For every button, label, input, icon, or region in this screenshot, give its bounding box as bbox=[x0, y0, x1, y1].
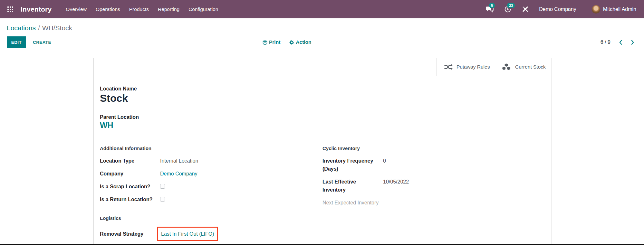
field-row-return-location: Is a Return Location? bbox=[100, 195, 322, 203]
location-form-sheet: Putaway Rules Current Stock Location Nam… bbox=[93, 58, 552, 245]
menu-reporting[interactable]: Reporting bbox=[153, 0, 184, 18]
chevron-left-icon bbox=[619, 40, 622, 45]
current-stock-button[interactable]: Current Stock bbox=[494, 58, 552, 76]
removal-strategy-value[interactable]: Last In First Out (LIFO) bbox=[161, 231, 214, 237]
field-row-scrap-location: Is a Scrap Location? bbox=[100, 183, 322, 191]
column-right: Cyclic Inventory Inventory Frequency (Da… bbox=[322, 145, 545, 241]
menu-overview[interactable]: Overview bbox=[61, 0, 91, 18]
column-left: Additional Information Location Type Int… bbox=[100, 145, 322, 241]
location-name-value: Stock bbox=[100, 92, 545, 104]
field-row-inventory-frequency: Inventory Frequency (Days) 0 bbox=[322, 157, 545, 173]
field-row-last-effective-inventory: Last Effective Inventory 10/05/2022 bbox=[322, 178, 545, 194]
tools-button[interactable] bbox=[521, 5, 529, 14]
location-type-value: Internal Location bbox=[160, 157, 198, 165]
return-location-checkbox[interactable] bbox=[160, 197, 165, 202]
breadcrumb: Locations/WH/Stock bbox=[7, 24, 72, 32]
company-switcher[interactable]: Demo Company bbox=[539, 6, 576, 12]
user-name: Mitchell Admin bbox=[603, 6, 636, 12]
grid-icon bbox=[7, 6, 13, 12]
apps-grid-icon[interactable] bbox=[7, 6, 14, 13]
current-stock-label: Current Stock bbox=[515, 64, 546, 70]
field-row-location-type: Location Type Internal Location bbox=[100, 157, 322, 165]
printer-icon bbox=[263, 40, 267, 45]
inventory-frequency-value: 0 bbox=[383, 157, 386, 173]
breadcrumb-current: WH/Stock bbox=[42, 24, 72, 32]
screen-bottom-edge bbox=[0, 244, 644, 245]
pager-next-button[interactable] bbox=[631, 40, 634, 45]
section-logistics: Logistics bbox=[100, 215, 322, 221]
breadcrumb-locations-link[interactable]: Locations bbox=[7, 24, 36, 32]
action-buttons: Print Action bbox=[263, 38, 312, 46]
pager-count: 6 / 9 bbox=[601, 39, 610, 45]
action-label: Action bbox=[296, 39, 311, 45]
last-effective-inventory-value: 10/05/2022 bbox=[383, 178, 409, 194]
parent-location-label: Parent Location bbox=[100, 114, 545, 120]
company-link[interactable]: Demo Company bbox=[160, 170, 197, 178]
control-panel: Locations/WH/Stock EDIT CREATE Print bbox=[0, 18, 644, 49]
app-name[interactable]: Inventory bbox=[21, 5, 52, 13]
user-avatar bbox=[592, 5, 600, 14]
location-name-label: Location Name bbox=[100, 86, 545, 92]
field-row-company: Company Demo Company bbox=[100, 170, 322, 178]
action-button[interactable]: Action bbox=[289, 39, 311, 45]
section-cyclic-inventory: Cyclic Inventory bbox=[322, 145, 545, 152]
smart-button-box: Putaway Rules Current Stock bbox=[94, 58, 552, 76]
pager: 6 / 9 bbox=[601, 38, 634, 46]
field-row-next-expected-inventory: Next Expected Inventory bbox=[322, 199, 545, 207]
activities-button[interactable]: 23 bbox=[504, 5, 512, 14]
messages-button[interactable]: 5 bbox=[485, 5, 494, 14]
removal-strategy-highlight: Last In First Out (LIFO) bbox=[157, 227, 218, 241]
main-menu: Overview Operations Products Reporting C… bbox=[61, 0, 223, 18]
top-navbar: Inventory Overview Operations Products R… bbox=[0, 0, 644, 18]
pager-previous-button[interactable] bbox=[619, 40, 622, 45]
gear-icon bbox=[289, 40, 294, 45]
chevron-right-icon bbox=[631, 40, 634, 45]
tools-icon bbox=[522, 6, 528, 12]
user-menu[interactable]: Mitchell Admin bbox=[592, 5, 636, 14]
parent-location-value[interactable]: WH bbox=[100, 120, 545, 130]
activities-badge: 23 bbox=[507, 3, 515, 8]
field-row-removal-strategy: Removal Strategy Last In First Out (LIFO… bbox=[100, 227, 322, 241]
form-content: Location Name Stock Parent Location WH A… bbox=[94, 76, 552, 241]
menu-operations[interactable]: Operations bbox=[91, 0, 125, 18]
putaway-rules-label: Putaway Rules bbox=[457, 64, 490, 70]
topbar-right: 5 23 Demo Company Mitchell Admin bbox=[485, 5, 636, 14]
putaway-rules-button[interactable]: Putaway Rules bbox=[437, 58, 494, 76]
breadcrumb-separator: / bbox=[38, 24, 40, 32]
section-additional-information: Additional Information bbox=[100, 145, 322, 152]
menu-configuration[interactable]: Configuration bbox=[184, 0, 223, 18]
menu-products[interactable]: Products bbox=[125, 0, 153, 18]
create-button[interactable]: CREATE bbox=[31, 36, 53, 48]
cubes-icon bbox=[501, 63, 511, 71]
shuffle-icon bbox=[444, 64, 453, 70]
edit-button[interactable]: EDIT bbox=[7, 36, 26, 48]
print-label: Print bbox=[269, 39, 280, 45]
messages-badge: 5 bbox=[489, 3, 495, 8]
print-button[interactable]: Print bbox=[263, 39, 280, 45]
scrap-location-checkbox[interactable] bbox=[160, 184, 165, 189]
